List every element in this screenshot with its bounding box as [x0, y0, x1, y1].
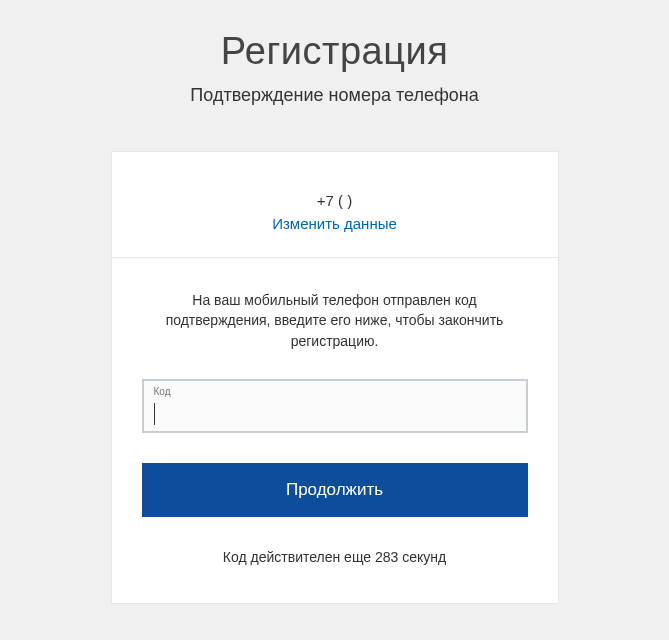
countdown-text: Код действителен еще 283 секунд	[112, 549, 558, 565]
text-cursor-icon	[154, 403, 155, 425]
instructions-text: На ваш мобильный телефон отправлен код п…	[112, 258, 558, 351]
code-input-label: Код	[154, 386, 171, 397]
phone-number: +7 ( )	[132, 192, 538, 209]
page-subtitle: Подтверждение номера телефона	[0, 85, 669, 106]
code-input-wrap[interactable]: Код	[142, 379, 528, 433]
change-data-link[interactable]: Изменить данные	[132, 215, 538, 232]
continue-button[interactable]: Продолжить	[142, 463, 528, 517]
registration-card: +7 ( ) Изменить данные На ваш мобильный …	[111, 151, 559, 604]
code-input[interactable]	[144, 381, 526, 431]
phone-block: +7 ( ) Изменить данные	[112, 152, 558, 258]
page-title: Регистрация	[0, 30, 669, 73]
